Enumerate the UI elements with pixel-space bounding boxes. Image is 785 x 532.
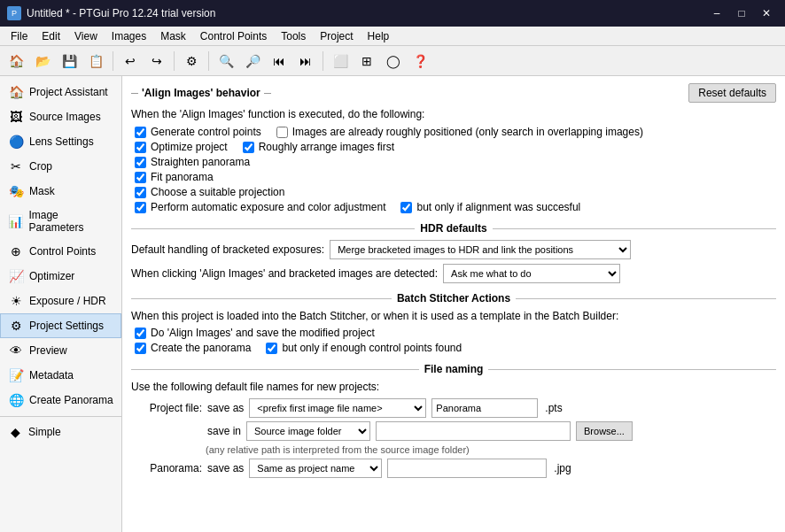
sidebar-label-exposure-hdr: Exposure / HDR [29,295,106,307]
label-roughly-arrange: Roughly arrange images first [259,141,394,153]
toolbar-zoom-in[interactable]: 🔍 [214,50,238,73]
toolbar-zoom-out[interactable]: 🔎 [240,50,265,73]
sidebar-label-image-parameters: Image Parameters [28,209,113,234]
sidebar-item-lens-settings[interactable]: 🔵 Lens Settings [0,129,121,154]
parameters-icon: 📊 [8,214,23,228]
menu-bar: File Edit View Images Mask Control Point… [0,27,785,46]
toolbar-open[interactable]: 📂 [30,50,55,73]
checkbox-batch-control[interactable] [266,343,277,354]
hdr-row2: When clicking 'Align Images' and bracket… [131,264,776,283]
menu-control-points[interactable]: Control Points [193,28,274,44]
title-bar: P Untitled * - PTGui Pro 12.24 trial ver… [0,0,785,27]
toolbar-help[interactable]: ❓ [408,50,432,73]
hdr-select2[interactable]: Ask me what to do Merge to HDR Do not me… [443,264,620,283]
browse-button[interactable]: Browse... [576,421,633,441]
checkbox-batch-align[interactable] [135,328,146,339]
sidebar-item-exposure-hdr[interactable]: ☀ Exposure / HDR [0,289,121,313]
hdr-section-title: HDR defaults [420,222,486,235]
panorama-save-as-select[interactable]: Same as project name Custom... [249,459,382,478]
sidebar-label-metadata: Metadata [29,369,74,382]
toolbar-redo[interactable]: ↪ [144,50,169,73]
menu-file[interactable]: File [4,28,35,44]
menu-edit[interactable]: Edit [35,28,67,44]
close-button[interactable]: ✕ [755,4,778,22]
label-fit: Fit panorama [151,171,214,183]
window-title: Untitled * - PTGui Pro 12.24 trial versi… [27,7,215,19]
maximize-button[interactable]: □ [730,4,753,22]
menu-images[interactable]: Images [105,28,153,44]
checkbox-fit[interactable] [135,172,146,183]
simple-icon: ◆ [7,425,23,439]
pts-ext-label: .pts [545,402,562,414]
panorama-save-as-label: save as [207,462,244,474]
sidebar-divider [0,416,121,417]
sidebar-label-project-assistant: Project Assistant [29,86,108,98]
sidebar-item-image-parameters[interactable]: 📊 Image Parameters [0,204,121,239]
panorama-path-input[interactable] [387,459,547,478]
sidebar-item-preview[interactable]: 👁 Preview [0,338,121,363]
mask-icon: 🎭 [8,184,24,198]
save-in-label: save in [207,425,241,437]
reset-defaults-button[interactable]: Reset defaults [688,83,776,103]
checkbox-roughly-arrange[interactable] [243,142,254,153]
sidebar-item-optimizer[interactable]: 📈 Optimizer [0,264,121,289]
checkbox-gen-control[interactable] [135,127,146,138]
panorama-label: Panorama: [131,462,202,474]
sidebar-item-project-assistant[interactable]: 🏠 Project Assistant [0,80,121,104]
hdr-row1: Default handling of bracketed exposures:… [131,240,776,259]
checkbox-auto-exposure[interactable] [135,202,146,213]
toolbar-grid[interactable]: ⊞ [354,50,379,73]
save-in-select[interactable]: Source image folder Custom folder Ask ea… [246,421,370,441]
toolbar-prev[interactable]: ⏮ [267,50,291,73]
sidebar-item-mask[interactable]: 🎭 Mask [0,179,121,204]
checkbox-batch-pano[interactable] [135,343,146,354]
checkbox-straighten[interactable] [135,157,146,168]
sidebar-label-project-settings: Project Settings [29,320,104,332]
sidebar-label-optimizer: Optimizer [29,270,74,282]
sidebar-label-create-panorama: Create Panorama [29,394,113,406]
checkbox-already-positioned[interactable] [276,127,288,138]
hdr-select1[interactable]: Merge bracketed images to HDR and link t… [330,240,631,259]
checkbox-suitable-projection[interactable] [135,187,146,198]
sidebar-item-create-panorama[interactable]: 🌐 Create Panorama [0,388,121,412]
menu-mask[interactable]: Mask [153,28,193,44]
align-intro: When the 'Align Images' function is exec… [131,108,776,120]
save-as-select[interactable]: <prefix first image file name> <first im… [249,398,426,418]
label-auto-exposure: Perform automatic exposure and color adj… [151,201,385,213]
toolbar-circle[interactable]: ◯ [381,50,406,73]
menu-project[interactable]: Project [313,28,360,44]
toolbar-home[interactable]: 🏠 [4,50,28,73]
sidebar-label-lens-settings: Lens Settings [29,135,94,148]
toolbar-settings[interactable]: ⚙ [179,50,204,73]
panorama-row: Panorama: save as Same as project name C… [131,459,776,478]
label-suitable-projection: Choose a suitable projection [151,186,284,198]
toolbar-copy[interactable]: 📋 [83,50,108,73]
sidebar-item-simple[interactable]: ◆ Simple [0,420,121,443]
panorama-name-input[interactable] [431,398,538,418]
align-section-title: 'Align Images' behavior [142,87,260,99]
images-icon: 🖼 [8,110,24,124]
sidebar-item-project-settings[interactable]: ⚙ Project Settings [0,313,121,338]
checkrow-optimize: Optimize project Roughly arrange images … [131,141,776,153]
menu-help[interactable]: Help [361,28,397,44]
checkbox-optimize[interactable] [135,142,146,153]
checkrow-auto-exposure: Perform automatic exposure and color adj… [131,201,776,213]
menu-tools[interactable]: Tools [274,28,313,44]
label-optimize: Optimize project [151,141,228,153]
minimize-button[interactable]: – [705,4,728,22]
checkbox-only-if-aligned[interactable] [400,202,412,213]
toolbar-save[interactable]: 💾 [57,50,82,73]
menu-view[interactable]: View [67,28,105,44]
batch-section: Batch Stitcher Actions When this project… [131,292,776,354]
sidebar-item-crop[interactable]: ✂ Crop [0,154,121,179]
sidebar-item-control-points[interactable]: ⊕ Control Points [0,239,121,264]
file-naming-intro: Use the following default file names for… [131,381,776,393]
sidebar-label-crop: Crop [29,160,52,173]
sidebar-item-metadata[interactable]: 📝 Metadata [0,363,121,388]
save-in-path-input[interactable] [376,421,571,441]
batch-section-title: Batch Stitcher Actions [397,292,510,305]
toolbar-rect[interactable]: ⬜ [328,50,353,73]
toolbar-undo[interactable]: ↩ [118,50,143,73]
sidebar-item-source-images[interactable]: 🖼 Source Images [0,104,121,129]
toolbar-next[interactable]: ⏭ [293,50,318,73]
